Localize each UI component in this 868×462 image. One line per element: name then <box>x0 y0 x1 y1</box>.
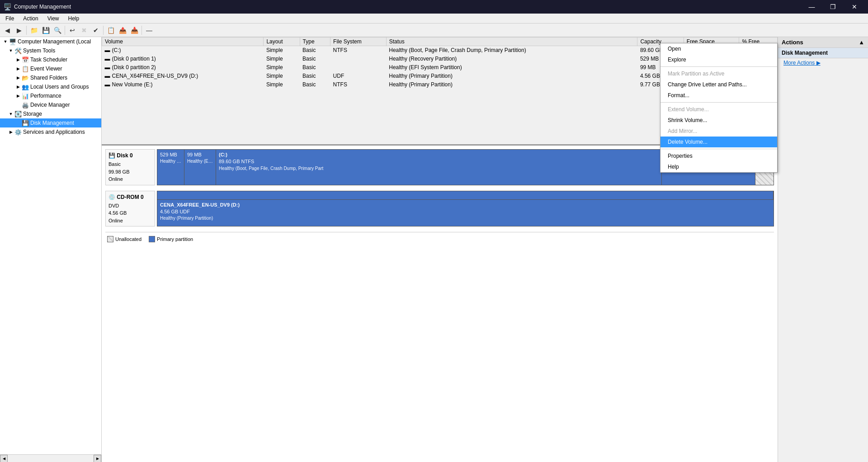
scroll-track[interactable] <box>8 455 94 462</box>
cdrom0-type: DVD <box>108 202 152 210</box>
legend: Unallocated Primary partition <box>105 232 774 246</box>
cell-status: Healthy (Primary Partition) <box>386 72 637 80</box>
local-users-icon: 👥 <box>22 83 29 90</box>
col-volume[interactable]: Volume <box>102 38 264 46</box>
cell-type: Basic <box>300 63 330 72</box>
expander-services[interactable]: ▶ <box>7 128 14 136</box>
expander-storage[interactable]: ▼ <box>7 110 14 118</box>
cdrom0-info: 💿 CD-ROM 0 DVD 4.56 GB Online <box>105 191 155 227</box>
menu-bar: File Action View Help <box>0 14 868 24</box>
toolbar-export[interactable]: 📤 <box>117 25 128 36</box>
menu-file[interactable]: File <box>2 14 18 23</box>
tree-item-task-scheduler[interactable]: ▶ 📅 Task Scheduler <box>0 55 101 64</box>
legend-primary-box <box>149 236 155 242</box>
expander-task-scheduler[interactable]: ▶ <box>14 56 22 63</box>
col-type[interactable]: Type <box>300 38 330 46</box>
cell-volume: ▬(Disk 0 partition 1) <box>102 55 264 63</box>
expander-performance[interactable]: ▶ <box>14 92 22 99</box>
toolbar-sep3 <box>103 26 104 35</box>
disk0-part1-size: 529 MB <box>160 151 181 158</box>
disk0-icon-label: 💾 Disk 0 <box>108 151 152 160</box>
cell-layout: Simple <box>264 72 300 80</box>
cdrom0-row: 💿 CD-ROM 0 DVD 4.56 GB Online CENA_X64FR… <box>105 191 774 227</box>
tree-label-root: Computer Management (Local <box>18 38 91 45</box>
legend-primary: Primary partition <box>149 236 193 242</box>
toolbar-extra[interactable]: — <box>144 25 155 36</box>
disk0-part1[interactable]: 529 MB Healthy (Recovery Partitio <box>157 150 184 185</box>
app-icon: 🖥️ <box>4 3 11 10</box>
cell-fs: UDF <box>330 72 387 80</box>
legend-unallocated-label: Unallocated <box>115 236 142 242</box>
toolbar-show-hide[interactable]: 💾 <box>40 25 51 36</box>
tree-view: ▼ 🖥️ Computer Management (Local ▼ 🛠️ Sys… <box>0 37 101 454</box>
disk0-part2[interactable]: 99 MB Healthy (EFI System <box>184 150 216 185</box>
cell-status: Healthy (EFI System Partition) <box>386 63 637 72</box>
actions-header-label: Actions <box>782 39 803 46</box>
tree-label-disk-management: Disk Management <box>30 120 74 126</box>
cdrom0-status: Online <box>108 217 152 225</box>
cell-status: Healthy (Recovery Partition) <box>386 55 637 63</box>
performance-icon: 📊 <box>22 92 29 99</box>
more-actions-chevron: ▶ <box>816 60 821 66</box>
tree-label-performance: Performance <box>30 93 61 99</box>
cell-type: Basic <box>300 80 330 89</box>
tree-label-system-tools: System Tools <box>23 47 55 54</box>
toolbar-import2[interactable]: 📥 <box>129 25 140 36</box>
disk0-status: Online <box>108 175 152 183</box>
cdrom0-partitions: CENA_X64FREE_EN-US_DV9 (D:) 4.56 GB UDF … <box>157 191 774 227</box>
expander-event-viewer[interactable]: ▶ <box>14 65 22 72</box>
legend-unallocated: Unallocated <box>107 236 142 242</box>
tree-item-storage[interactable]: ▼ 💽 Storage <box>0 109 101 118</box>
toolbar-up[interactable]: 📁 <box>28 25 39 36</box>
actions-header: Actions ▲ <box>778 37 868 48</box>
expander-local-users[interactable]: ▶ <box>14 83 22 90</box>
col-filesystem[interactable]: File System <box>330 38 387 46</box>
cell-volume: ▬(C:) <box>102 46 264 55</box>
tree-item-local-users[interactable]: ▶ 👥 Local Users and Groups <box>0 82 101 91</box>
minimize-button[interactable]: — <box>802 0 822 14</box>
system-tools-icon: 🛠️ <box>14 47 22 54</box>
tree-item-shared-folders[interactable]: ▶ 📂 Shared Folders <box>0 73 101 82</box>
cell-volume: ▬New Volume (E:) <box>102 80 264 89</box>
actions-more-actions[interactable]: More Actions ▶ <box>778 58 868 67</box>
disk0-part3-size: 89.60 GB NTFS <box>219 158 659 165</box>
tree-item-root[interactable]: ▼ 🖥️ Computer Management (Local <box>0 37 101 46</box>
toolbar-import[interactable]: 📋 <box>105 25 116 36</box>
expander-root[interactable]: ▼ <box>2 38 9 45</box>
scroll-right-btn[interactable]: ▶ <box>94 455 101 462</box>
tree-item-services[interactable]: ▶ ⚙️ Services and Applications <box>0 127 101 137</box>
cell-fs: NTFS <box>330 80 387 89</box>
toolbar-cancel: ✖ <box>79 25 90 36</box>
toolbar-back[interactable]: ◀ <box>2 25 13 36</box>
disk0-part3[interactable]: (C:) 89.60 GB NTFS Healthy (Boot, Page F… <box>216 150 662 185</box>
tree-item-performance[interactable]: ▶ 📊 Performance <box>0 91 101 100</box>
toolbar-undo[interactable]: ↩ <box>67 25 78 36</box>
toolbar-refresh[interactable]: ✔ <box>90 25 101 36</box>
close-button[interactable]: ✕ <box>844 0 864 14</box>
expander-shared-folders[interactable]: ▶ <box>14 74 22 81</box>
toolbar-forward[interactable]: ▶ <box>14 25 24 36</box>
toolbar-properties[interactable]: 🔍 <box>52 25 63 36</box>
menu-action[interactable]: Action <box>19 14 42 23</box>
title-bar: 🖥️ Computer Management — ❐ ✕ <box>0 0 868 14</box>
tree-label-event-viewer: Event Viewer <box>30 66 62 72</box>
horizontal-scrollbar[interactable]: ◀ ▶ <box>0 454 101 462</box>
col-status[interactable]: Status <box>386 38 637 46</box>
tree-item-event-viewer[interactable]: ▶ 📋 Event Viewer <box>0 64 101 73</box>
cell-type: Basic <box>300 55 330 63</box>
expander-system-tools[interactable]: ▼ <box>7 47 14 54</box>
tree-item-system-tools[interactable]: ▼ 🛠️ System Tools <box>0 46 101 55</box>
main-layout: ▼ 🖥️ Computer Management (Local ▼ 🛠️ Sys… <box>0 37 868 462</box>
cdrom0-part1-size: 4.56 GB UDF <box>160 208 771 215</box>
toolbar: ◀ ▶ 📁 💾 🔍 ↩ ✖ ✔ 📋 📤 📥 — <box>0 24 868 37</box>
tree-item-disk-management[interactable]: ▶ 💾 Disk Management <box>0 118 101 127</box>
menu-view[interactable]: View <box>44 14 63 23</box>
scroll-left-btn[interactable]: ◀ <box>0 455 8 462</box>
col-layout[interactable]: Layout <box>264 38 300 46</box>
cdrom0-part1[interactable]: CENA_X64FREE_EN-US_DV9 (D:) 4.56 GB UDF … <box>157 199 774 226</box>
tree-item-device-manager[interactable]: ▶ 🖨️ Device Manager <box>0 100 101 109</box>
menu-help[interactable]: Help <box>65 14 83 23</box>
title-bar-controls: — ❐ ✕ <box>802 0 864 14</box>
maximize-button[interactable]: ❐ <box>823 0 843 14</box>
tree-label-task-scheduler: Task Scheduler <box>30 57 67 63</box>
